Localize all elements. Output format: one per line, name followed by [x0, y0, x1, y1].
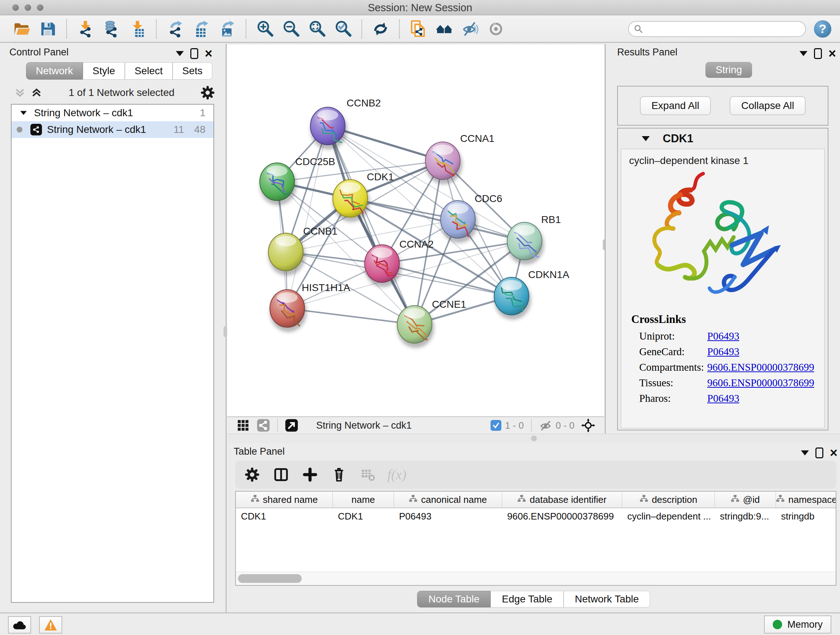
network-node-CCNB2[interactable]: CCNB2	[310, 97, 381, 149]
column-header-name[interactable]: name	[333, 492, 394, 508]
grid-view-icon[interactable]	[236, 418, 250, 432]
warning-button[interactable]	[39, 616, 62, 633]
horizontal-scrollbar[interactable]	[236, 572, 836, 585]
fit-selected-crosshair-icon[interactable]	[581, 418, 595, 432]
network-node-CDK1[interactable]: CDK1	[333, 171, 394, 222]
import-network-icon[interactable]	[76, 19, 95, 38]
panel-close-icon[interactable]: ×	[829, 49, 836, 58]
settings-icon[interactable]	[244, 466, 261, 483]
column-header-database-identifier[interactable]: database identifier	[502, 492, 622, 508]
gene-collapse-icon[interactable]	[642, 136, 650, 141]
cloud-button[interactable]	[8, 616, 31, 633]
column-header-description[interactable]: description	[622, 492, 715, 508]
network-options-gear-icon[interactable]	[201, 86, 215, 100]
window-zoom-button[interactable]	[37, 4, 43, 11]
export-table-icon[interactable]	[192, 19, 210, 38]
scrollbar-thumb[interactable]	[238, 574, 302, 583]
search-box[interactable]	[628, 21, 806, 37]
refresh-icon[interactable]	[371, 19, 390, 38]
network-node-CDKN1A[interactable]: CDKN1A	[494, 269, 569, 320]
tab-sets[interactable]: Sets	[172, 62, 212, 80]
network-row[interactable]: String Network – cdk1 11 48	[11, 121, 213, 138]
collapse-all-button[interactable]: Collapse All	[729, 96, 806, 115]
homes-icon[interactable]	[435, 19, 454, 38]
expand-all-button[interactable]: Expand All	[640, 96, 711, 115]
tab-edge-table[interactable]: Edge Table	[491, 591, 564, 608]
table-cell[interactable]: CDK1	[333, 508, 394, 524]
zoom-fit-icon[interactable]	[308, 19, 326, 38]
tab-network-table[interactable]: Network Table	[564, 591, 650, 608]
export-network-icon[interactable]	[166, 19, 185, 38]
help-button[interactable]: ?	[814, 20, 831, 38]
column-header--id[interactable]: @id	[715, 492, 776, 508]
network-node-CCNE1[interactable]: CCNE1	[397, 299, 466, 348]
table-row[interactable]: CDK1CDK1P064939606.ENSP00000378699cyclin…	[236, 508, 836, 524]
column-header-namespace[interactable]: namespace	[776, 492, 836, 508]
open-file-icon[interactable]	[12, 19, 31, 38]
crosslink-link[interactable]: 9606.ENSP00000378699	[707, 377, 814, 389]
panel-close-icon[interactable]: ×	[205, 49, 212, 58]
string-results-tab[interactable]: String	[706, 62, 752, 78]
crosslink-link[interactable]: P06493	[707, 393, 739, 404]
network-edge[interactable]	[328, 126, 415, 325]
column-header-canonical-name[interactable]: canonical name	[394, 492, 502, 508]
collapse-all-icon[interactable]	[14, 87, 26, 99]
panel-menu-icon[interactable]	[799, 51, 807, 56]
network-collection-row[interactable]: String Network – cdk1 1	[11, 105, 213, 121]
network-node-CCNA1[interactable]: CCNA1	[425, 133, 494, 184]
column-header-shared-name[interactable]: shared name	[236, 492, 333, 508]
delete-column-icon[interactable]	[331, 466, 347, 483]
network-node-HIST1H1A[interactable]: HIST1H1A	[270, 282, 350, 332]
table-cell[interactable]: stringdb:9...	[715, 508, 776, 524]
share-document-icon[interactable]	[409, 19, 428, 38]
table-cell[interactable]: P06493	[394, 508, 502, 524]
window-close-button[interactable]	[12, 4, 19, 11]
splitter-handle[interactable]	[531, 435, 537, 441]
network-edge[interactable]	[287, 126, 328, 309]
table-cell[interactable]: cyclin–dependent ...	[622, 508, 715, 524]
table-cell[interactable]: 9606.ENSP00000378699	[502, 508, 622, 524]
gene-header-row[interactable]: CDK1	[618, 128, 828, 149]
show-eye-icon[interactable]	[487, 19, 506, 38]
crosslink-link[interactable]: 9606.ENSP00000378699	[707, 361, 814, 373]
network-canvas[interactable]: CCNB2CCNA1CDC25BCDK1CDC6RB1CCNB1CCNA2CDK…	[227, 44, 604, 417]
horizontal-splitter[interactable]	[227, 434, 840, 443]
expand-all-icon[interactable]	[30, 87, 43, 99]
share-view-icon[interactable]	[256, 418, 271, 432]
table-cell[interactable]: stringdb	[776, 508, 836, 524]
tab-style[interactable]: Style	[83, 62, 125, 80]
import-table-icon[interactable]	[128, 19, 147, 38]
add-column-icon[interactable]	[302, 466, 318, 483]
window-minimize-button[interactable]	[25, 4, 31, 11]
import-database-icon[interactable]	[102, 19, 121, 38]
birdseye-view-icon[interactable]	[284, 418, 299, 432]
hidden-eye-icon[interactable]	[539, 419, 552, 432]
crosslink-link[interactable]: P06493	[707, 330, 739, 342]
network-node-CCNB1[interactable]: CCNB1	[268, 226, 338, 276]
hide-eye-icon[interactable]	[461, 19, 480, 38]
split-columns-icon[interactable]	[273, 466, 289, 483]
zoom-selected-icon[interactable]	[333, 19, 352, 38]
tab-select[interactable]: Select	[125, 62, 172, 80]
panel-float-icon[interactable]	[815, 448, 823, 458]
tab-network[interactable]: Network	[26, 62, 83, 80]
search-input[interactable]	[646, 23, 800, 35]
zoom-in-icon[interactable]	[256, 19, 274, 38]
selected-checkbox-icon[interactable]	[491, 420, 501, 431]
panel-menu-icon[interactable]	[176, 51, 184, 56]
tab-node-table[interactable]: Node Table	[417, 591, 491, 608]
panel-close-icon[interactable]: ×	[830, 448, 837, 457]
network-node-RB1[interactable]: RB1	[507, 214, 561, 264]
save-icon[interactable]	[38, 19, 57, 38]
memory-button[interactable]: Memory	[764, 616, 831, 633]
export-image-icon[interactable]	[218, 19, 237, 38]
zoom-out-icon[interactable]	[281, 19, 300, 38]
panel-float-icon[interactable]	[190, 48, 198, 59]
table-cell[interactable]: CDK1	[236, 508, 333, 524]
network-node-CDC6[interactable]: CDC6	[441, 193, 502, 243]
panel-float-icon[interactable]	[814, 48, 822, 59]
tree-expand-icon[interactable]	[20, 111, 27, 115]
left-splitter-handle[interactable]	[224, 326, 227, 337]
panel-menu-icon[interactable]	[801, 450, 809, 455]
crosslink-link[interactable]: P06493	[707, 346, 739, 358]
